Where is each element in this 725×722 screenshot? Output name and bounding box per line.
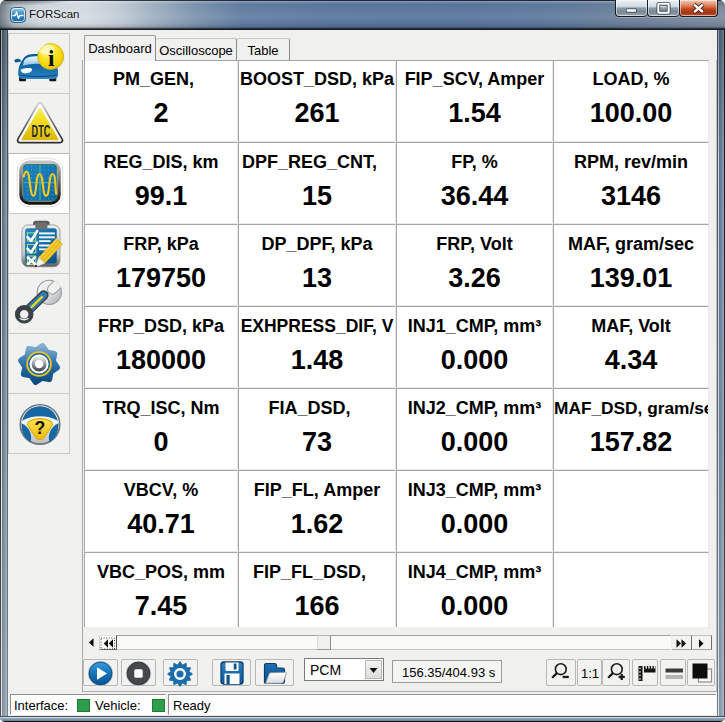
svg-text:DTC: DTC [32,123,51,140]
svg-text:i: i [48,45,55,71]
svg-text:1:1: 1:1 [581,666,599,681]
svg-text:?: ? [35,418,46,438]
